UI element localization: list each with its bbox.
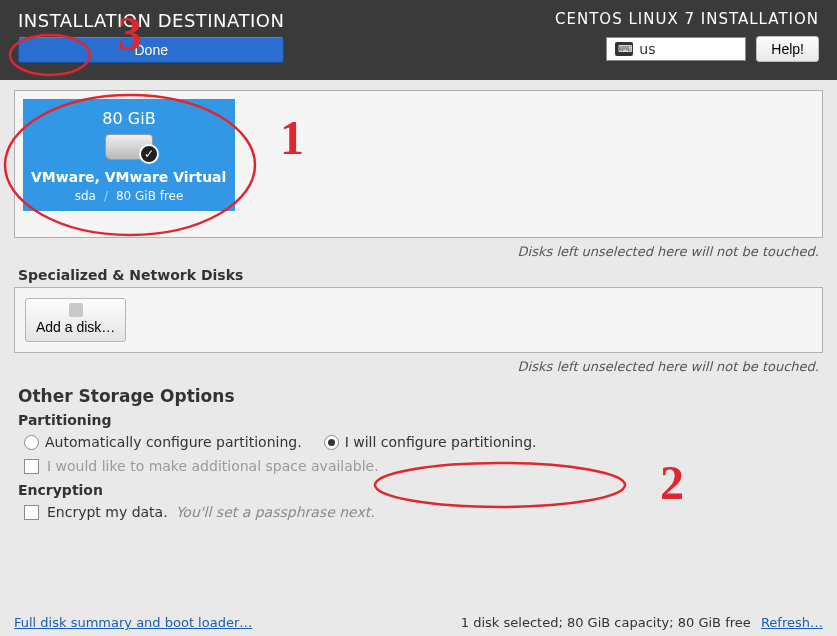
keyboard-layout-value: us (639, 41, 655, 57)
disk-name: VMware, VMware Virtual S (31, 169, 227, 185)
encrypt-label: Encrypt my data. (47, 504, 168, 520)
network-disks-label: Specialized & Network Disks (18, 267, 823, 283)
network-disks-hint: Disks left unselected here will not be t… (14, 353, 823, 376)
radio-manual-partitioning[interactable]: I will configure partitioning. (324, 434, 537, 450)
radio-auto-partitioning[interactable]: Automatically configure partitioning. (24, 434, 302, 450)
done-button[interactable]: Done (18, 37, 284, 63)
radio-icon-selected (324, 435, 339, 450)
radio-icon (24, 435, 39, 450)
local-disks-panel: 80 GiB ✓ VMware, VMware Virtual S sda / … (14, 90, 823, 238)
disk-dev: sda (75, 189, 96, 203)
disk-add-icon (69, 303, 83, 317)
checkbox-extra-space: I would like to make additional space av… (24, 458, 823, 474)
encrypt-hint: You'll set a passphrase next. (176, 504, 375, 520)
checkbox-icon (24, 505, 39, 520)
disk-card[interactable]: 80 GiB ✓ VMware, VMware Virtual S sda / … (23, 99, 235, 211)
keyboard-icon: ⌨ (615, 42, 633, 56)
radio-auto-label: Automatically configure partitioning. (45, 434, 302, 450)
hdd-icon: ✓ (105, 134, 153, 160)
refresh-link[interactable]: Refresh… (761, 615, 823, 630)
app-title: CENTOS LINUX 7 INSTALLATION (555, 10, 819, 28)
extra-space-label: I would like to make additional space av… (47, 458, 379, 474)
disks-hint: Disks left unselected here will not be t… (14, 238, 823, 261)
add-disk-button[interactable]: Add a disk… (25, 298, 126, 342)
radio-manual-label: I will configure partitioning. (345, 434, 537, 450)
checkbox-icon (24, 459, 39, 474)
footer-status: 1 disk selected; 80 GiB capacity; 80 GiB… (461, 615, 751, 630)
checkbox-encrypt[interactable]: Encrypt my data. You'll set a passphrase… (24, 504, 823, 520)
header-bar: INSTALLATION DESTINATION Done CENTOS LIN… (0, 0, 837, 80)
add-disk-label: Add a disk… (36, 319, 115, 335)
encryption-label: Encryption (18, 482, 823, 498)
storage-options-heading: Other Storage Options (18, 386, 823, 406)
network-disks-panel: Add a disk… (14, 287, 823, 353)
footer-bar: Full disk summary and boot loader… 1 dis… (14, 615, 823, 630)
disk-size: 80 GiB (31, 109, 227, 128)
page-title: INSTALLATION DESTINATION (18, 10, 284, 31)
help-button[interactable]: Help! (756, 36, 819, 62)
disk-summary-link[interactable]: Full disk summary and boot loader… (14, 615, 252, 630)
disk-free: 80 GiB free (116, 189, 183, 203)
partitioning-label: Partitioning (18, 412, 823, 428)
keyboard-layout-selector[interactable]: ⌨ us (606, 37, 746, 61)
check-icon: ✓ (139, 144, 159, 164)
